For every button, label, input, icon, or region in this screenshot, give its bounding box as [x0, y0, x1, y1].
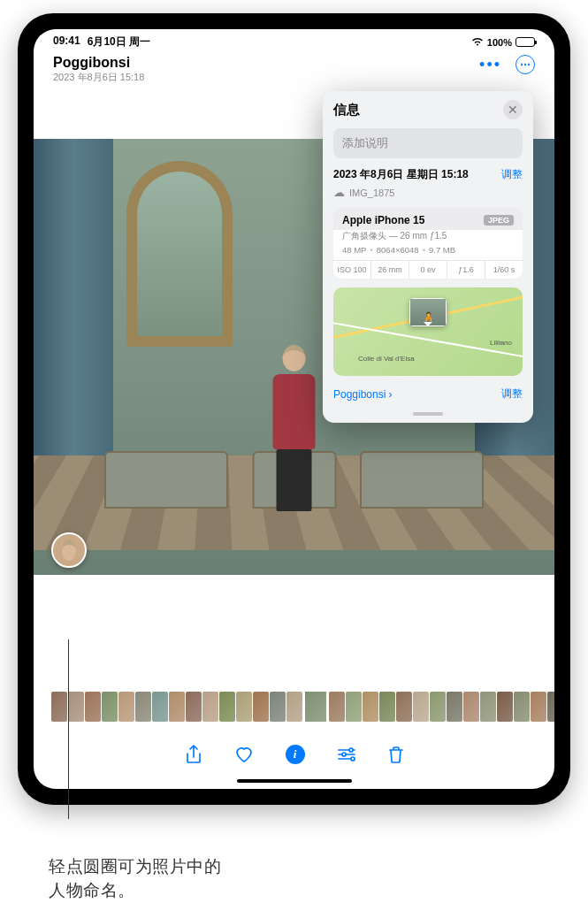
ipad-frame: 09:41 6月10日 周一 100% Poggibonsi 2023 年8月6… — [18, 13, 570, 805]
thumbnail[interactable] — [202, 692, 218, 722]
thumbnail[interactable] — [152, 692, 168, 722]
exif-iso: ISO 100 — [333, 261, 371, 279]
header: Poggibonsi 2023 年8月6日 15:18 ••• ⋯ — [34, 51, 554, 93]
info-popover: 信息 ✕ 添加说明 2023 年8月6日 星期日 15:18 调整 ☁ IMG_… — [323, 91, 533, 423]
thumbnail[interactable] — [514, 692, 530, 722]
map-pin — [409, 298, 447, 326]
svg-point-1 — [342, 753, 346, 756]
more-menu-button[interactable]: ⋯ — [515, 55, 535, 74]
thumbnail[interactable] — [253, 692, 269, 722]
favorite-icon[interactable] — [234, 746, 254, 763]
home-indicator[interactable] — [237, 779, 352, 783]
thumbnail[interactable] — [547, 692, 554, 722]
exif-shutter: 1/60 s — [485, 261, 523, 279]
chevron-right-icon: › — [388, 388, 392, 401]
wifi-icon — [471, 36, 484, 49]
thumbnail[interactable] — [270, 692, 286, 722]
person-face-circle[interactable] — [51, 532, 87, 568]
map-label-1: Colle di Val d'Elsa — [358, 355, 415, 363]
thumbnail[interactable] — [463, 692, 479, 722]
ellipsis-icon[interactable]: ••• — [479, 56, 501, 74]
thumbnail[interactable] — [447, 692, 462, 722]
thumbnail[interactable] — [68, 692, 84, 722]
thumbnail[interactable] — [430, 692, 446, 722]
camera-card: Apple iPhone 15 JPEG 广角摄像头 — 26 mm ƒ1.5 … — [333, 208, 523, 279]
thumbnail[interactable] — [286, 692, 302, 722]
filename: IMG_1875 — [349, 187, 394, 198]
thumbnail[interactable] — [329, 692, 345, 722]
thumbnail[interactable] — [363, 692, 378, 722]
photo-date: 2023 年8月6日 星期日 15:18 — [333, 167, 469, 182]
thumbnail[interactable] — [346, 692, 362, 722]
adjust-icon[interactable] — [337, 746, 356, 762]
share-icon[interactable] — [185, 745, 202, 764]
status-date: 6月10日 周一 — [88, 34, 150, 50]
trash-icon[interactable] — [388, 746, 404, 763]
callout-text: 轻点圆圈可为照片中的 人物命名。 — [49, 854, 221, 903]
camera-device: Apple iPhone 15 — [342, 214, 424, 226]
thumbnail[interactable] — [497, 692, 513, 722]
lens-info: 广角摄像头 — 26 mm ƒ1.5 — [333, 230, 523, 245]
thumbnail[interactable] — [531, 692, 546, 722]
exif-focal: 26 mm — [371, 261, 409, 279]
info-icon[interactable]: i — [286, 745, 305, 764]
thumbnail[interactable] — [219, 692, 235, 722]
adjust-location-link[interactable]: 调整 — [501, 386, 523, 402]
date-subtitle: 2023 年8月6日 15:18 — [53, 71, 144, 84]
location-link[interactable]: Poggibonsi › — [333, 388, 392, 401]
caption-input[interactable]: 添加说明 — [333, 128, 523, 158]
thumbnail[interactable] — [413, 692, 429, 722]
exif-aperture: ƒ1.6 — [447, 261, 485, 279]
map-label-2: Lilliano — [490, 339, 512, 347]
thumbnail[interactable] — [303, 692, 328, 723]
svg-point-2 — [351, 757, 355, 761]
callout-leader-line — [68, 639, 69, 819]
close-icon[interactable]: ✕ — [503, 100, 523, 119]
format-badge: JPEG — [484, 215, 514, 226]
cloud-icon: ☁ — [333, 186, 345, 199]
status-bar: 09:41 6月10日 周一 100% — [34, 29, 554, 51]
thumbnail[interactable] — [118, 692, 134, 722]
battery-text: 100% — [487, 37, 512, 48]
thumbnail[interactable] — [396, 692, 412, 722]
location-map[interactable]: Colle di Val d'Elsa Lilliano — [333, 287, 523, 376]
grabber-handle[interactable] — [413, 412, 443, 416]
photo-specs: 48 MP•8064×6048•9.7 MB — [333, 245, 523, 260]
thumbnail-strip[interactable] — [34, 692, 554, 725]
thumbnail[interactable] — [186, 692, 202, 722]
thumbnail[interactable] — [379, 692, 395, 722]
exif-row: ISO 100 26 mm 0 ev ƒ1.6 1/60 s — [333, 260, 523, 279]
status-time: 09:41 — [53, 34, 80, 50]
battery-icon — [515, 37, 535, 47]
thumbnail[interactable] — [51, 692, 67, 722]
thumbnail[interactable] — [236, 692, 252, 722]
thumbnail[interactable] — [480, 692, 496, 722]
adjust-date-link[interactable]: 调整 — [501, 167, 523, 182]
screen: 09:41 6月10日 周一 100% Poggibonsi 2023 年8月6… — [34, 29, 554, 789]
info-title: 信息 — [333, 102, 360, 119]
svg-point-0 — [349, 748, 353, 752]
location-title: Poggibonsi — [53, 55, 144, 71]
thumbnail[interactable] — [169, 692, 185, 722]
bottom-toolbar: i — [34, 745, 554, 764]
exif-ev: 0 ev — [409, 261, 447, 279]
thumbnail[interactable] — [85, 692, 101, 722]
thumbnail[interactable] — [102, 692, 118, 722]
thumbnail[interactable] — [135, 692, 151, 722]
